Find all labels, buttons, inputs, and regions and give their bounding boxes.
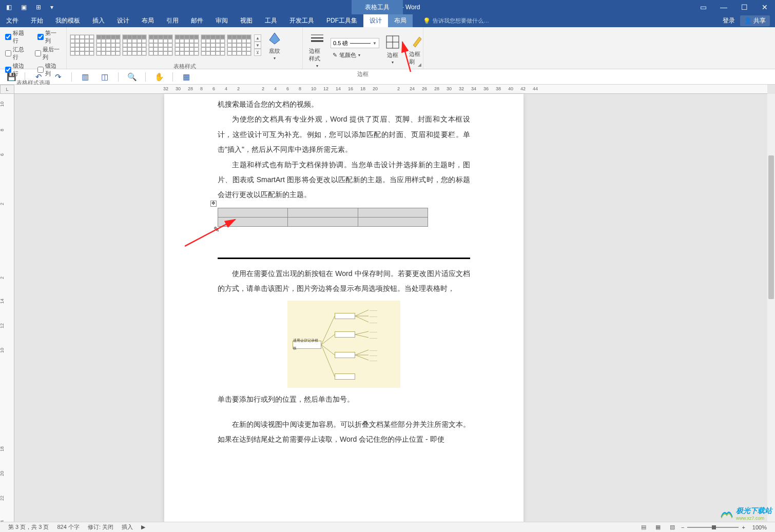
macro-icon[interactable]: ▶ xyxy=(137,524,149,530)
styles-scroll-up[interactable]: ▲ xyxy=(254,34,261,42)
mindmap-image: 通用会议记录模板 ————————— —————— ————————— xyxy=(287,301,400,388)
tab-review[interactable]: 审阅 xyxy=(209,14,234,27)
svg-line-17 xyxy=(355,355,369,360)
opt-last-col[interactable]: 最后一列 xyxy=(33,45,63,62)
table-tools-label: 表格工具 xyxy=(352,0,403,14)
newfile-icon[interactable]: ◧ xyxy=(6,4,12,11)
para-5: 单击要添加行或列的位置，然后单击加号。 xyxy=(218,392,470,407)
qat-btn-2[interactable]: ◫ xyxy=(99,71,111,83)
svg-line-9 xyxy=(321,345,335,377)
tab-templates[interactable]: 我的模板 xyxy=(49,14,86,27)
para-3: 主题和样式也有助于文档保持协调。当您单击设计并选择新的主题时，图片、图表或 Sm… xyxy=(218,157,470,203)
para-4: 使用在需要位置出现的新按钮在 Word 中保存时间。若要更改图片适应文档的方式，… xyxy=(218,266,470,297)
opt-banded-row[interactable]: 镶边行 xyxy=(3,62,31,78)
svg-line-10 xyxy=(355,310,369,316)
opt-total-row[interactable]: 汇总行 xyxy=(3,45,29,62)
table-move-handle[interactable]: ✥ xyxy=(210,201,217,207)
word-count[interactable]: 824 个字 xyxy=(53,523,83,531)
tab-home[interactable]: 开始 xyxy=(25,14,49,27)
bucket-icon xyxy=(266,30,283,46)
borders-icon xyxy=(384,34,401,50)
border-group-label: 边框 xyxy=(306,69,420,79)
mindmap-root: 通用会议记录模板 xyxy=(293,341,321,349)
svg-line-15 xyxy=(355,350,369,355)
chevron-down-icon: ▼ xyxy=(373,41,377,46)
table-style-1[interactable] xyxy=(70,34,94,56)
border-dialog-launcher[interactable]: ◢ xyxy=(418,62,421,67)
view-read-icon[interactable]: ▤ xyxy=(638,523,649,531)
opt-header-row[interactable]: 标题行 xyxy=(3,29,31,45)
tab-file[interactable]: 文件 xyxy=(0,14,25,27)
svg-line-12 xyxy=(355,316,369,322)
revision-status[interactable]: 修订: 关闭 xyxy=(84,523,118,531)
zoom-out[interactable]: − xyxy=(681,524,684,530)
tab-table-design[interactable]: 设计 xyxy=(363,14,388,27)
document-table[interactable]: ✥ ✎ xyxy=(218,208,470,227)
tab-pdf[interactable]: PDF工具集 xyxy=(320,14,363,27)
vertical-scrollbar[interactable] xyxy=(767,94,775,522)
watermark: 极光下载站 www.xz7.com xyxy=(720,506,772,521)
page-count[interactable]: 第 3 页，共 3 页 xyxy=(4,523,53,531)
login-link[interactable]: 登录 xyxy=(723,16,735,25)
pen-color-button[interactable]: ✎ 笔颜色 ▾ xyxy=(331,50,379,60)
border-painter-button[interactable]: 边框刷 xyxy=(406,32,429,67)
tab-design[interactable]: 设计 xyxy=(111,14,135,27)
table-style-5[interactable] xyxy=(175,34,199,56)
tab-table-layout[interactable]: 布局 xyxy=(388,14,413,27)
view-web-icon[interactable]: ▧ xyxy=(667,523,678,531)
qat-btn-4[interactable]: ✋ xyxy=(153,71,165,83)
vertical-ruler[interactable]: 10862214121018202224 xyxy=(0,94,14,522)
ribbon-options-icon[interactable]: ▭ xyxy=(693,0,713,14)
table-style-2[interactable] xyxy=(96,34,121,56)
zoom-level[interactable]: 100% xyxy=(748,524,771,530)
qat-btn-5[interactable]: ▦ xyxy=(180,71,192,83)
dd-icon[interactable]: ▾ xyxy=(50,4,53,11)
svg-line-7 xyxy=(321,334,335,345)
openfile-icon[interactable]: ▣ xyxy=(21,4,27,11)
horizontal-ruler[interactable]: 3230288642246810121416182022426283032343… xyxy=(14,85,767,94)
minimize-button[interactable]: — xyxy=(713,0,734,14)
view-print-icon[interactable]: ▦ xyxy=(652,523,664,531)
maximize-button[interactable]: ☐ xyxy=(734,0,754,14)
pen-weight-dropdown[interactable]: 0.5 磅 ▼ xyxy=(331,38,379,48)
close-button[interactable]: ✕ xyxy=(754,0,775,14)
qat-btn-1[interactable]: ▥ xyxy=(79,71,91,83)
pen-icon: ✎ xyxy=(333,52,337,58)
insert-mode[interactable]: 插入 xyxy=(118,523,137,531)
status-bar: 第 3 页，共 3 页 824 个字 修订: 关闭 插入 ▶ ▤ ▦ ▧ − +… xyxy=(0,522,775,532)
para-2: 为使您的文档具有专业外观，Word 提供了页眉、页脚、封面和文本框设计，这些设计… xyxy=(218,112,470,157)
table-style-6[interactable] xyxy=(201,34,225,56)
tab-insert[interactable]: 插入 xyxy=(86,14,111,27)
border-painter-icon xyxy=(409,33,425,49)
pen-cursor-icon: ✎ xyxy=(214,222,220,237)
tab-view[interactable]: 视图 xyxy=(234,14,259,27)
share-button[interactable]: 👤 共享 xyxy=(740,15,770,26)
zoom-slider[interactable] xyxy=(687,527,739,528)
tab-tools[interactable]: 工具 xyxy=(259,14,283,27)
bulb-icon: 💡 xyxy=(423,17,431,25)
styles-scroll-down[interactable]: ▼ xyxy=(254,42,261,49)
table-style-7[interactable] xyxy=(227,34,251,56)
zoom-in[interactable]: + xyxy=(742,524,745,530)
table-style-3[interactable] xyxy=(122,34,147,56)
qat-btn-3[interactable]: 🔍 xyxy=(126,71,138,83)
document-page[interactable]: 机搜索最适合您的文档的视频。 为使您的文档具有专业外观，Word 提供了页眉、页… xyxy=(164,94,524,522)
borders-button[interactable]: 边框▾ xyxy=(381,33,404,66)
para-1: 机搜索最适合您的文档的视频。 xyxy=(218,97,470,112)
tab-layout[interactable]: 布局 xyxy=(135,14,160,27)
styles-expand[interactable]: ⊻ xyxy=(254,49,261,56)
tab-references[interactable]: 引用 xyxy=(160,14,185,27)
shading-button[interactable]: 底纹▾ xyxy=(263,29,286,62)
aurora-icon xyxy=(720,506,734,521)
table-body[interactable] xyxy=(218,208,428,227)
opt-banded-col[interactable]: 镶边列 xyxy=(35,62,64,78)
opt-first-col[interactable]: 第一列 xyxy=(35,29,64,45)
ruler-corner[interactable]: L xyxy=(0,85,14,94)
option-icon[interactable]: ⊞ xyxy=(36,4,41,11)
ribbon-table-design: 标题行 第一列 汇总行 最后一列 镶边行 镶边列 表格样式选项 xyxy=(0,27,775,69)
tab-mailings[interactable]: 邮件 xyxy=(185,14,209,27)
tellme-search[interactable]: 💡 告诉我您想要做什么… xyxy=(413,17,489,25)
border-style-button[interactable]: 边框样式▾ xyxy=(306,29,328,69)
tab-developer[interactable]: 开发工具 xyxy=(283,14,320,27)
table-style-4[interactable] xyxy=(148,34,173,56)
